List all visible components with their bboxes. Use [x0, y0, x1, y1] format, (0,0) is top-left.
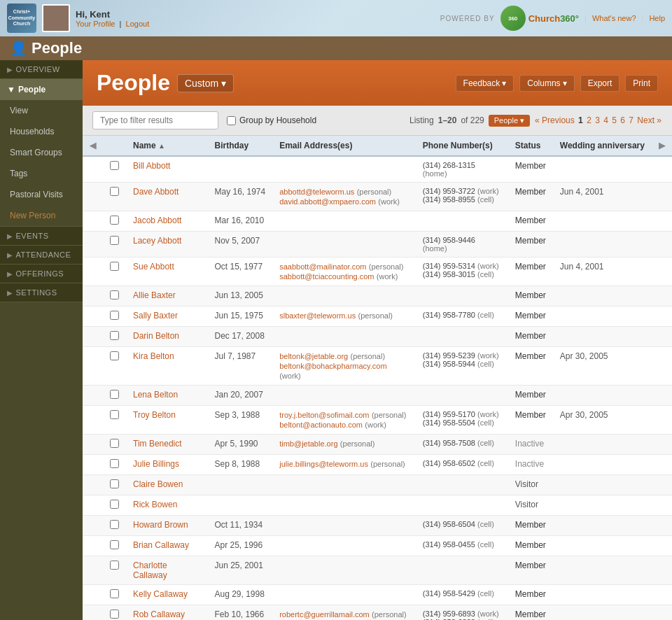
row-checkbox[interactable] — [110, 540, 119, 549]
page-4-link[interactable]: 4 — [603, 115, 608, 125]
person-name-link[interactable]: Sue Abbott — [133, 262, 174, 272]
row-checkbox[interactable] — [110, 216, 119, 225]
row-checkbox[interactable] — [110, 290, 119, 300]
page-3-link[interactable]: 3 — [595, 115, 600, 125]
sidebar-item-households[interactable]: Households — [0, 121, 83, 142]
sidebar-item-settings[interactable]: ▶ Settings — [0, 283, 83, 302]
col-status[interactable]: Status — [508, 136, 553, 156]
settings-arrow-icon: ▶ — [7, 289, 13, 297]
person-name-link[interactable]: Tim Benedict — [133, 439, 182, 449]
row-checkbox[interactable] — [110, 479, 119, 488]
sidebar-item-offerings[interactable]: ▶ Offerings — [0, 265, 83, 283]
page-1-link[interactable]: 1 — [578, 115, 583, 125]
export-button[interactable]: Export — [580, 75, 620, 92]
row-checkbox[interactable] — [110, 439, 119, 448]
person-name-link[interactable]: Dave Abbott — [133, 187, 178, 197]
email-link[interactable]: abbottd@teleworm.us — [279, 188, 354, 196]
email-link[interactable]: troy.j.belton@sofimail.com — [279, 411, 369, 419]
sidebar-item-events[interactable]: ▶ Events — [0, 227, 83, 245]
row-spacer-left — [83, 307, 103, 327]
person-name-link[interactable]: Sally Baxter — [133, 311, 178, 320]
row-checkbox[interactable] — [110, 390, 119, 399]
email-link[interactable]: robertc@guerrillamail.com — [279, 610, 370, 619]
person-name-link[interactable]: Allie Baxter — [133, 290, 176, 300]
row-checkbox[interactable] — [110, 459, 119, 468]
email-entry: saabbott@mailinator.com (personal) — [279, 262, 409, 272]
page-6-link[interactable]: 6 — [620, 115, 625, 125]
person-name-link[interactable]: Brian Callaway — [133, 540, 189, 550]
row-checkbox[interactable] — [110, 410, 119, 419]
email-link[interactable]: slbaxter@teleworm.us — [279, 311, 356, 320]
page-5-link[interactable]: 5 — [612, 115, 617, 125]
email-link[interactable]: sabbott@tciaccounting.com — [279, 272, 374, 281]
email-link[interactable]: saabbott@mailinator.com — [279, 262, 366, 271]
email-link[interactable]: timb@jetable.org — [279, 439, 337, 448]
row-checkbox[interactable] — [110, 262, 119, 271]
col-wedding[interactable]: Wedding anniversary — [553, 136, 652, 156]
row-checkbox[interactable] — [110, 520, 119, 529]
profile-link[interactable]: Your Profile — [76, 20, 115, 28]
col-birthday[interactable]: Birthday — [207, 136, 272, 156]
col-email[interactable]: Email Address(es) — [272, 136, 416, 156]
person-name-link[interactable]: Lena Belton — [133, 390, 178, 400]
col-phone[interactable]: Phone Number(s) — [416, 136, 508, 156]
row-checkbox[interactable] — [110, 589, 119, 598]
group-household-check[interactable] — [227, 116, 236, 125]
row-checkbox[interactable] — [110, 500, 119, 509]
view-dropdown[interactable]: Custom ▾ — [177, 74, 234, 92]
person-name-link[interactable]: Lacey Abbott — [133, 236, 181, 246]
feedback-button[interactable]: Feedback ▾ — [456, 75, 514, 92]
sidebar-item-view[interactable]: View — [0, 100, 83, 121]
help-link[interactable]: Help — [649, 14, 665, 22]
filter-input[interactable] — [92, 111, 218, 129]
whats-new-link[interactable]: What's new? — [592, 14, 636, 22]
prev-page-link[interactable]: « Previous — [535, 115, 575, 125]
row-checkbox[interactable] — [110, 236, 119, 245]
sidebar-item-new-person[interactable]: New Person — [0, 205, 83, 226]
row-spacer-left — [83, 536, 103, 556]
email-link[interactable]: julie.billings@teleworm.us — [279, 460, 368, 468]
logout-link[interactable]: Logout — [126, 20, 150, 28]
person-name-link[interactable]: Troy Belton — [133, 410, 176, 420]
email-entry: david.abbott@xmpaero.com (work) — [279, 197, 409, 206]
next-page-link[interactable]: Next » — [637, 115, 662, 125]
row-checkbox[interactable] — [110, 331, 119, 340]
row-checkbox[interactable] — [110, 610, 119, 619]
person-name-link[interactable]: Jacob Abbott — [133, 216, 181, 225]
col-name[interactable]: Name ▲ — [126, 136, 207, 156]
person-name-link[interactable]: Howard Brown — [133, 520, 188, 530]
person-name-link[interactable]: Bill Abbott — [133, 161, 170, 171]
sidebar-item-tags[interactable]: Tags — [0, 163, 83, 184]
person-name-link[interactable]: Charlotte Callaway — [133, 561, 167, 580]
person-name-link[interactable]: Julie Billings — [133, 459, 179, 469]
row-checkbox[interactable] — [110, 187, 119, 196]
print-button[interactable]: Print — [625, 75, 658, 92]
person-name-link[interactable]: Rob Callaway — [133, 610, 185, 619]
columns-button[interactable]: Columns ▾ — [519, 75, 574, 92]
email-link[interactable]: beltonk@jetable.org — [279, 352, 348, 360]
sidebar-item-overview[interactable]: ▶ Overview — [0, 60, 83, 78]
row-checkbox[interactable] — [110, 351, 119, 360]
person-name-link[interactable]: Darin Belton — [133, 331, 179, 341]
email-link[interactable]: beltont@actionauto.com — [279, 421, 363, 429]
table-scroll-right[interactable]: ▶ — [652, 136, 672, 156]
table-scroll-left[interactable]: ◀ — [83, 136, 103, 156]
row-checkbox[interactable] — [110, 311, 119, 320]
person-name-link[interactable]: Rick Bowen — [133, 500, 177, 509]
row-checkbox[interactable] — [110, 161, 119, 170]
sidebar-item-smart-groups[interactable]: Smart Groups — [0, 142, 83, 163]
email-link[interactable]: david.abbott@xmpaero.com — [279, 197, 376, 206]
page-7-link[interactable]: 7 — [629, 115, 634, 125]
sidebar-item-people[interactable]: ▼ People — [0, 79, 83, 100]
page-2-link[interactable]: 2 — [587, 115, 592, 125]
sidebar-item-pastoral-visits[interactable]: Pastoral Visits — [0, 184, 83, 205]
group-household-checkbox[interactable]: Group by Household — [227, 115, 316, 125]
row-checkbox[interactable] — [110, 561, 119, 570]
person-name-link[interactable]: Kira Belton — [133, 351, 174, 361]
email-link[interactable]: beltonk@bohackpharmacy.com — [279, 362, 386, 370]
person-name-link[interactable]: Kelly Callaway — [133, 589, 188, 599]
people-tag-button[interactable]: People ▾ — [489, 115, 530, 127]
person-name-link[interactable]: Claire Bowen — [133, 479, 183, 489]
sidebar-item-attendance[interactable]: ▶ Attendance — [0, 246, 83, 264]
columns-dropdown-icon: ▾ — [563, 78, 567, 88]
